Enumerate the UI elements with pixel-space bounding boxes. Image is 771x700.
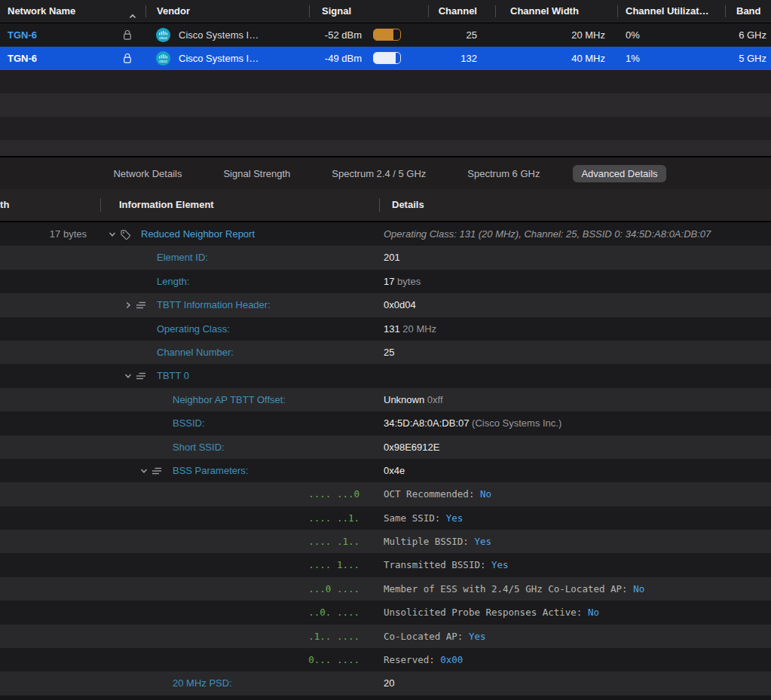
tab-spectrum-2-4-5-ghz[interactable]: Spectrum 2.4 / 5 GHz [323,165,434,182]
ie-row-tbtt-0[interactable]: TBTT 0 [0,364,771,387]
empty-rows-stripes [0,70,771,156]
network-row-tgn-6-5-ghz[interactable]: TGN-6ciscoCisco Systems I…-49 dBm13240 M… [0,47,771,70]
ie-row-neighbor-ap-tbtt-offset[interactable]: Neighbor AP TBTT Offset:Unknown 0xff [0,388,771,411]
ie-value: 20 [384,677,394,689]
ie-detail: 0x4e [379,459,771,482]
empty-row [0,140,771,156]
column-header-length[interactable]: Length [0,189,9,221]
ie-label: BSS Parameters: [173,459,248,482]
tab-network-details[interactable]: Network Details [105,165,190,182]
bitfield-label: Reserved: [384,654,435,665]
svg-text:cisco: cisco [159,60,167,63]
column-divider [725,5,726,17]
details-tab-bar: Network DetailsSignal StrengthSpectrum 2… [0,157,771,189]
ie-row-operating-class[interactable]: Operating Class:131 20 MHz [0,317,771,341]
bitfield-value: No [588,607,599,618]
ie-row-reserved[interactable]: 0... ....Reserved: 0x00 [0,648,771,671]
bitfield-detail: OCT Recommended: No [379,482,771,506]
bitfield-detail: Reserved: 0x00 [379,648,771,671]
lock-icon [123,29,132,41]
ie-length: 17 bytes [0,222,87,246]
network-row-tgn-6-6-ghz[interactable]: TGN-6ciscoCisco Systems I…-52 dBm2520 MH… [0,23,771,47]
ie-detail: 0x0d04 [379,293,771,316]
lock-icon [123,53,132,64]
bitfield-pattern: .... 1... [100,553,359,576]
bitfield-label: Same SSID: [384,512,440,524]
ie-detail: 34:5D:A8:0A:DB:07 (Cisco Systems Inc.) [379,411,771,435]
svg-text:cisco: cisco [159,36,167,40]
ie-row-length[interactable]: Length:17 bytes [0,270,771,293]
disclosure-chevron-down-icon[interactable] [108,230,117,239]
column-divider [145,5,146,17]
ie-label: Neighbor AP TBTT Offset: [173,388,286,411]
channel-width-value: 40 MHz [495,47,605,70]
ie-row-oct-recommended[interactable]: .... ...0OCT Recommended: No [0,482,771,506]
bitfield-label: Member of ESS with 2.4/5 GHz Co-Located … [384,583,628,595]
empty-row [0,70,771,93]
disclosure-chevron-down-icon[interactable] [139,466,148,475]
ie-row-same-ssid[interactable]: .... ..1.Same SSID: Yes [0,506,771,530]
ie-row-reduced-neighbor-report[interactable]: 17 bytesReduced Neighbor ReportOperating… [0,222,771,246]
ie-row-short-ssid[interactable]: Short SSID:0x98E6912E [0,436,771,459]
tab-advanced-details[interactable]: Advanced Details [573,165,665,182]
column-header-channel-utilization[interactable]: Channel Utilizat… [626,0,709,23]
details-table-body: 17 bytesReduced Neighbor ReportOperating… [0,222,771,695]
vendor-logo-icon: cisco [156,51,170,66]
column-header-channel[interactable]: Channel [428,0,477,23]
band-value: 5 GHz [725,47,766,70]
ie-row-multiple-bssid[interactable]: .... .1..Multiple BSSID: Yes [0,530,771,553]
column-header-signal[interactable]: Signal [322,0,351,23]
ie-row-transmitted-bssid[interactable]: .... 1...Transmitted BSSID: Yes [0,553,771,576]
ie-value: 0x0d04 [384,299,416,310]
bitfield-label: Co-Located AP: [384,631,463,642]
bitfield-value: Yes [446,512,464,524]
ie-label: Short SSID: [173,436,225,459]
ie-row-bssid[interactable]: BSSID:34:5D:A8:0A:DB:07 (Cisco Systems I… [0,411,771,435]
bitfield-label: Unsolicited Probe Responses Active: [384,607,582,618]
ie-row-tbtt-information-header[interactable]: TBTT Information Header:0x0d04 [0,293,771,316]
ie-value-secondary: 20 MHz [402,323,436,335]
bitfield-label: Transmitted BSSID: [384,559,485,570]
column-divider [617,5,618,17]
ie-detail: 0x98E6912E [379,436,771,459]
network-table-header: Network Name Vendor Signal Channel Chann… [0,0,771,23]
ie-row-co-located-ap[interactable]: .1.. ....Co-Located AP: Yes [0,625,771,648]
wifi-analyzer-window: Network Name Vendor Signal Channel Chann… [0,0,771,700]
disclosure-chevron-right-icon[interactable] [124,301,133,310]
tab-spectrum-6-ghz[interactable]: Spectrum 6 GHz [459,165,548,182]
bitfield-pattern: ...0 .... [100,577,359,601]
ie-row-20-mhz-psd[interactable]: 20 MHz PSD:20 [0,671,771,695]
signal-value: -52 dBm [309,23,362,47]
ie-row-member-of-ess-with-2-4-5-ghz-co-located-ap[interactable]: ...0 ....Member of ESS with 2.4/5 GHz Co… [0,577,771,601]
disclosure-chevron-down-icon[interactable] [124,371,133,381]
ie-detail: 25 [379,341,771,364]
signal-bar [373,29,401,41]
signal-bar [373,52,401,64]
ie-label: Element ID: [157,246,208,269]
column-header-channel-width[interactable]: Channel Width [510,0,579,23]
vendor-logo-icon: cisco [156,28,170,42]
bitfield-pattern: .1.. .... [100,625,359,648]
ie-value: 0x4e [384,465,405,476]
column-header-information-element[interactable]: Information Element [119,189,214,221]
ie-row-element-id[interactable]: Element ID:201 [0,246,771,269]
list-icon [136,300,146,310]
bitfield-value: Yes [474,536,491,547]
details-table-header: Length Information Element Details [0,189,771,222]
ie-row-unsolicited-probe-responses-active[interactable]: ..0. ....Unsolicited Probe Responses Act… [0,601,771,624]
network-name: TGN-6 [8,23,37,47]
column-header-details[interactable]: Details [392,189,424,221]
tab-signal-strength[interactable]: Signal Strength [215,165,298,182]
ie-detail: 201 [379,246,771,269]
bitfield-pattern: .... ...0 [100,482,359,506]
bitfield-label: OCT Recommended: [384,488,474,500]
column-header-vendor[interactable]: Vendor [157,0,190,23]
band-value: 6 GHz [725,23,766,47]
ie-row-channel-number[interactable]: Channel Number:25 [0,341,771,364]
bitfield-pattern: 0... .... [100,648,359,671]
ie-detail: 20 [379,671,771,695]
ie-value: 201 [384,252,400,263]
column-header-band[interactable]: Band [736,0,761,23]
ie-row-bss-parameters[interactable]: BSS Parameters:0x4e [0,459,771,482]
column-header-network-name[interactable]: Network Name [8,0,75,23]
